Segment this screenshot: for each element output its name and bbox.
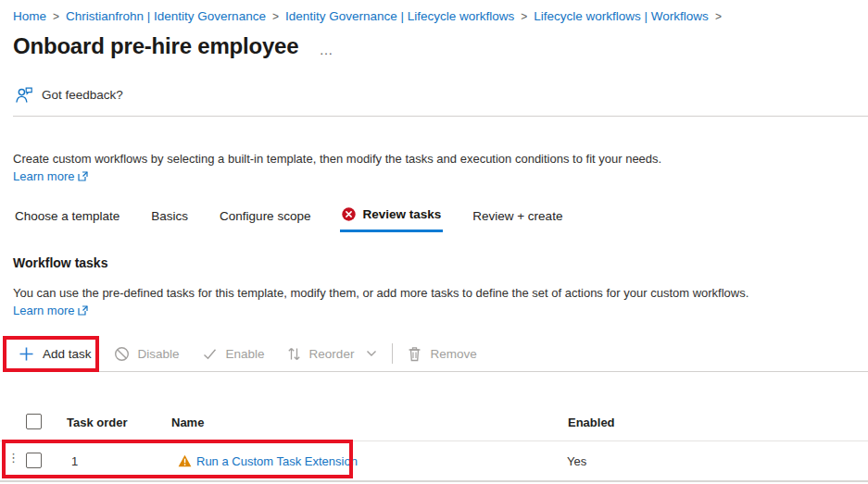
breadcrumb-separator: > — [46, 10, 66, 23]
tab-review-create[interactable]: Review + create — [471, 205, 564, 232]
disable-button[interactable]: Disable — [114, 346, 180, 362]
got-feedback-label: Got feedback? — [42, 88, 123, 102]
sort-arrows-icon — [287, 346, 301, 362]
toolbar-separator — [392, 343, 393, 364]
section-learn-more-link[interactable]: Learn more — [13, 304, 88, 317]
workflow-tasks-description: You can use the pre-defined tasks for th… — [13, 286, 856, 300]
breadcrumb-separator: > — [266, 10, 285, 23]
checkmark-icon — [202, 346, 218, 362]
plus-icon — [19, 346, 34, 362]
breadcrumb-workflows[interactable]: Lifecycle workflows | Workflows — [534, 9, 709, 23]
column-header-name: Name — [171, 416, 204, 429]
tab-choose-a-template[interactable]: Choose a template — [13, 205, 121, 232]
learn-more-label: Learn more — [13, 169, 74, 183]
row-checkbox[interactable] — [26, 453, 42, 468]
tab-label: Review tasks — [362, 207, 441, 221]
task-name-link[interactable]: Run a Custom Task Extension — [196, 454, 358, 468]
task-toolbar: Add task Disable Enable — [19, 341, 477, 366]
drag-handle-icon[interactable]: ⋮ — [7, 452, 19, 464]
warning-icon — [178, 454, 192, 467]
remove-button[interactable]: Remove — [408, 346, 476, 362]
tab-label: Basics — [151, 209, 188, 223]
enable-button[interactable]: Enable — [202, 346, 265, 362]
toolbar-divider — [13, 371, 868, 372]
page-title: Onboard pre-hire employee — [13, 33, 298, 59]
task-order-cell: 1 — [71, 454, 78, 468]
tab-label: Configure scope — [220, 209, 310, 223]
chevron-down-icon — [366, 350, 377, 357]
external-link-icon — [78, 305, 88, 316]
breadcrumb: Home>Christianfrohn | Identity Governanc… — [13, 9, 728, 23]
breadcrumb-separator: > — [709, 10, 728, 23]
select-all-checkbox[interactable] — [26, 414, 42, 429]
table-row-divider — [0, 480, 868, 482]
blocked-icon — [114, 346, 130, 362]
got-feedback-button[interactable]: Got feedback? — [16, 87, 123, 103]
column-header-enabled: Enabled — [568, 416, 615, 429]
breadcrumb-identity-governance[interactable]: Christianfrohn | Identity Governance — [66, 9, 266, 23]
enabled-cell: Yes — [567, 454, 586, 468]
enable-label: Enable — [226, 347, 265, 361]
column-header-task-order: Task order — [67, 416, 128, 429]
tab-basics[interactable]: Basics — [149, 205, 190, 232]
table-header-divider — [0, 441, 868, 441]
workflow-tasks-heading: Workflow tasks — [13, 255, 107, 270]
tab-review-tasks[interactable]: Review tasks — [340, 205, 443, 232]
add-task-label: Add task — [43, 347, 92, 361]
wizard-tabs: Choose a template Basics Configure scope… — [13, 205, 564, 232]
intro-learn-more-link[interactable]: Learn more — [13, 169, 88, 183]
tab-label: Choose a template — [15, 209, 120, 223]
intro-description: Create custom workflows by selecting a b… — [13, 152, 856, 166]
disable-label: Disable — [138, 347, 180, 361]
learn-more-label: Learn more — [13, 304, 74, 317]
remove-label: Remove — [430, 347, 476, 361]
add-task-button[interactable]: Add task — [19, 346, 92, 362]
breadcrumb-separator: > — [514, 10, 534, 23]
lifecycle-workflow-page: Home>Christianfrohn | Identity Governanc… — [0, 0, 868, 484]
feedback-icon — [16, 87, 33, 103]
external-link-icon — [78, 171, 88, 181]
reorder-label: Reorder — [309, 347, 355, 361]
reorder-button[interactable]: Reorder — [287, 346, 378, 362]
error-icon — [342, 207, 356, 221]
breadcrumb-lifecycle-workflows[interactable]: Identity Governance | Lifecycle workflow… — [285, 9, 514, 23]
tab-configure-scope[interactable]: Configure scope — [218, 205, 312, 232]
trash-icon — [408, 346, 421, 362]
breadcrumb-home[interactable]: Home — [13, 9, 46, 23]
tab-label: Review + create — [472, 209, 562, 223]
more-options-button[interactable]: … — [319, 36, 333, 57]
command-bar-divider — [13, 116, 868, 117]
